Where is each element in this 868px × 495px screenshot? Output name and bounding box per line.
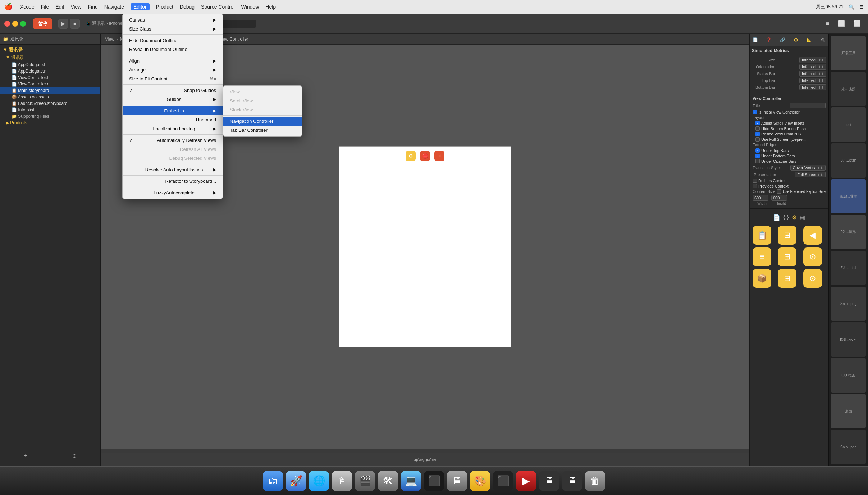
- tree-item-launchscreen[interactable]: 📋 LaunchScreen.storyboard: [0, 100, 100, 107]
- provides-context-checkbox[interactable]: [753, 184, 757, 188]
- stop-button[interactable]: ■: [70, 19, 80, 29]
- is-initial-checkbox[interactable]: ✓: [753, 110, 757, 114]
- tree-item[interactable]: ▼ 通讯录: [0, 54, 100, 61]
- menu-xcode[interactable]: Xcode: [20, 4, 35, 10]
- breadcrumb-vc[interactable]: View Controller: [219, 37, 248, 42]
- under-opaque-checkbox[interactable]: [755, 159, 760, 163]
- inspector-tab-attr[interactable]: ⚙: [792, 214, 797, 221]
- size-dropdown[interactable]: Inferred ⬆⬇: [799, 57, 826, 63]
- status-bar-dropdown[interactable]: Inferred ⬆⬇: [799, 71, 826, 77]
- dock-tools[interactable]: 🛠: [378, 471, 398, 491]
- menu-help[interactable]: Help: [265, 4, 276, 10]
- filter-icon[interactable]: ⊙: [72, 453, 77, 459]
- transition-dropdown[interactable]: Cover Vertical ⬆⬇: [790, 165, 826, 171]
- tree-item-appdelegate-m[interactable]: 📄 AppDelegate.m: [0, 68, 100, 74]
- menu-align[interactable]: Align ▶: [123, 56, 223, 65]
- tree-item-appdelegate-h[interactable]: 📄 AppDelegate.h: [0, 61, 100, 68]
- menu-canvas[interactable]: Canvas ▶: [123, 15, 223, 24]
- dock-terminal[interactable]: ⬛: [424, 471, 444, 491]
- menu-size-to-fit[interactable]: Size to Fit Content ⌘=: [123, 74, 223, 83]
- dock-quicktime[interactable]: 🎬: [355, 471, 375, 491]
- pause-button[interactable]: 暂停: [33, 18, 52, 29]
- menu-localization-locking[interactable]: Localization Locking ▶: [123, 124, 223, 133]
- apple-menu[interactable]: 🍎: [4, 3, 12, 11]
- object-icon-6[interactable]: ⊙: [803, 248, 822, 266]
- bottom-bar-dropdown[interactable]: Inferred ⬆⬇: [799, 84, 826, 90]
- inspector-attr-icon[interactable]: ⚙: [794, 37, 798, 43]
- menu-size-class[interactable]: Size Class ▶: [123, 24, 223, 33]
- adjust-scroll-checkbox[interactable]: ✓: [755, 121, 760, 125]
- orientation-dropdown[interactable]: Inferred ⬆⬇: [799, 64, 826, 70]
- debugger-toggle[interactable]: ⬜: [835, 19, 848, 28]
- close-button[interactable]: [4, 21, 10, 27]
- inspector-file-icon[interactable]: 📄: [753, 37, 758, 42]
- inspector-size-icon[interactable]: 📐: [807, 37, 812, 42]
- under-bottom-checkbox[interactable]: ✓: [755, 154, 760, 158]
- breadcrumb-part[interactable]: View: [105, 37, 114, 42]
- horizontal-scrollbar[interactable]: [101, 449, 749, 453]
- menu-reveal-outline[interactable]: Reveal in Document Outline: [123, 45, 223, 54]
- dock-xcode[interactable]: 💻: [401, 471, 421, 491]
- dock-preferences[interactable]: 🖥: [447, 471, 467, 491]
- under-top-checkbox[interactable]: ✓: [755, 148, 760, 153]
- menu-edit[interactable]: Edit: [55, 4, 64, 10]
- desktop-thumb-7[interactable]: ZJL...etail: [831, 251, 866, 285]
- desktop-thumb-9[interactable]: KSI...aster: [831, 322, 866, 357]
- object-icon-8[interactable]: ⊞: [778, 269, 796, 288]
- add-icon[interactable]: +: [24, 453, 27, 459]
- inspector-conn-icon[interactable]: 🔌: [820, 37, 826, 42]
- desktop-thumb-12[interactable]: Snip...png: [831, 430, 866, 464]
- navigator-toggle[interactable]: ≡: [823, 19, 832, 28]
- desktop-thumb-10[interactable]: QQ 框架: [831, 358, 866, 393]
- inspector-identity-icon[interactable]: 🔗: [780, 37, 785, 42]
- presentation-dropdown[interactable]: Full Screen ⬆⬇: [795, 172, 826, 177]
- utility-toggle[interactable]: ⬜: [851, 19, 864, 28]
- menu-navigate[interactable]: Navigate: [104, 4, 124, 10]
- vc-icon-2[interactable]: ⛔: [420, 151, 430, 161]
- maximize-button[interactable]: [20, 21, 26, 27]
- object-icon-2[interactable]: ⊞: [778, 226, 796, 245]
- object-icon-5[interactable]: ⊞: [778, 248, 796, 266]
- desktop-thumb-2[interactable]: 未...视频: [831, 72, 866, 106]
- desktop-thumb-3[interactable]: test: [831, 107, 866, 142]
- menu-hide-outline[interactable]: Hide Document Outline: [123, 36, 223, 45]
- hide-bottom-checkbox[interactable]: [755, 126, 760, 131]
- tree-item-info-plist[interactable]: 📄 Info.plist: [0, 107, 100, 113]
- desktop-thumb-6[interactable]: 02-...演练: [831, 215, 866, 249]
- object-icon-9[interactable]: ⊙: [803, 269, 822, 288]
- dock-trash[interactable]: 🗑: [585, 471, 605, 491]
- menu-unembed[interactable]: Unembed: [123, 115, 223, 124]
- menu-view[interactable]: View: [70, 4, 81, 10]
- title-input[interactable]: [790, 103, 826, 108]
- menu-file[interactable]: File: [41, 4, 49, 10]
- menu-snap-guides[interactable]: ✓ Snap to Guides: [123, 86, 223, 95]
- tree-item-supporting[interactable]: 📁 Supporting Files: [0, 113, 100, 120]
- dock-safari[interactable]: 🌐: [309, 471, 329, 491]
- top-bar-dropdown[interactable]: Inferred ⬆⬇: [799, 78, 826, 83]
- menubar-menu-icon[interactable]: ☰: [859, 4, 864, 10]
- menu-debug[interactable]: Debug: [180, 4, 195, 10]
- menu-embed-in[interactable]: Embed In ▶: [123, 106, 223, 115]
- width-input[interactable]: [753, 195, 768, 201]
- inspector-tab-file[interactable]: 📄: [773, 214, 780, 221]
- dock-monitor2[interactable]: 🖥: [562, 471, 582, 491]
- object-icon-7[interactable]: 📦: [753, 269, 771, 288]
- desktop-thumb-4[interactable]: 07-...优化: [831, 143, 866, 178]
- object-icon-4[interactable]: ≡: [753, 248, 771, 266]
- menu-window[interactable]: Window: [241, 4, 259, 10]
- dock-sketch[interactable]: 🎨: [470, 471, 490, 491]
- run-button[interactable]: ▶: [58, 19, 68, 29]
- object-icon-1[interactable]: 📋: [753, 226, 771, 245]
- menu-refactor[interactable]: Refactor to Storyboard...: [123, 177, 223, 186]
- inspector-quick-icon[interactable]: ❓: [766, 37, 772, 42]
- tree-item-products[interactable]: ▶ Products: [0, 120, 100, 126]
- menu-fuzzy-autocomplete[interactable]: FuzzyAutocomplete ▶: [123, 188, 223, 197]
- use-full-checkbox[interactable]: [755, 137, 760, 142]
- menu-arrange[interactable]: Arrange ▶: [123, 65, 223, 74]
- desktop-thumb-5[interactable]: 第13...业主: [831, 179, 866, 214]
- dock-monitor1[interactable]: 🖥: [539, 471, 559, 491]
- desktop-thumb-11[interactable]: 桌面: [831, 394, 866, 429]
- minimize-button[interactable]: [12, 21, 18, 27]
- desktop-thumb-8[interactable]: Snip...png: [831, 287, 866, 321]
- vc-icon-3[interactable]: ✕: [434, 151, 444, 161]
